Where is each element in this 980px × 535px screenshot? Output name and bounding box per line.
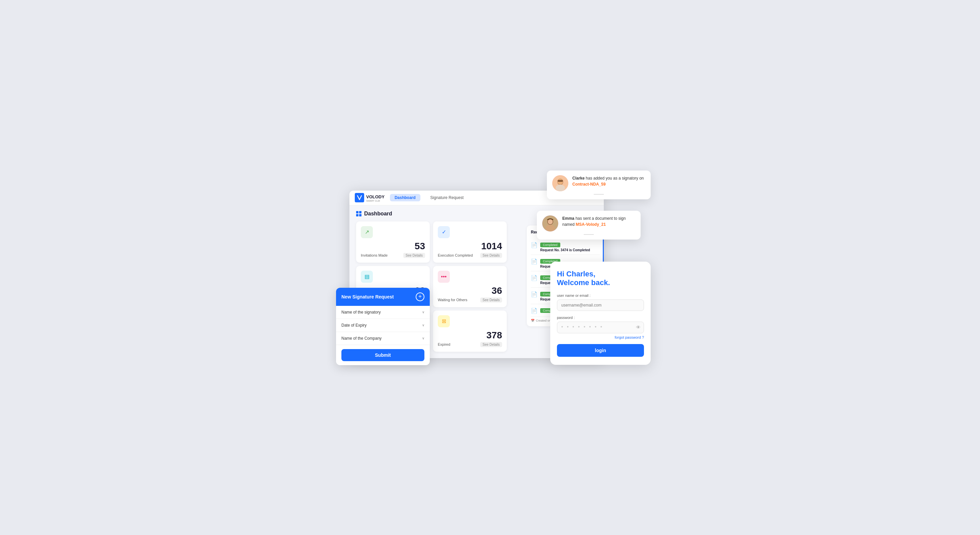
avatar-emma — [542, 216, 558, 232]
notif-emma-link: MSA-Volody_21 — [576, 222, 606, 227]
notif-emma-inner: Emma has sent a document to sign named M… — [542, 216, 635, 232]
logo: VOLODY SMART CLM — [355, 193, 385, 202]
stat-card-expired: ⊠ 378 Expired See Details — [433, 311, 507, 352]
filter-date-expiry[interactable]: Date of Expiry ∨ — [336, 319, 430, 332]
password-wrapper: 👁 — [557, 322, 644, 333]
waiting-for-others-footer: Waiting for Others See Details — [438, 297, 502, 302]
doc-icon-2: 📄 — [531, 275, 538, 281]
invitations-made-number: 53 — [361, 241, 425, 252]
filter-signatory-name[interactable]: Name of the signatory ∨ — [336, 306, 430, 319]
waiting-for-others-icon: ••• — [438, 271, 450, 283]
notif-clarke-before: has added you as a signatory on — [586, 176, 644, 180]
chevron-down-icon-1: ∨ — [422, 323, 425, 327]
username-input[interactable] — [557, 300, 644, 311]
doc-icon-4: 📄 — [531, 308, 538, 314]
login-card: Hi Charles,Welcome back. user name or em… — [550, 262, 651, 365]
notif-emma-name: Emma — [562, 216, 574, 221]
svg-rect-0 — [355, 193, 364, 202]
expired-label: Expired — [438, 342, 450, 347]
clarke-avatar-image — [552, 175, 568, 191]
filter-date-label: Date of Expiry — [341, 323, 366, 327]
filter-signatory-label: Name of the signatory — [341, 310, 380, 315]
execution-completed-details[interactable]: See Details — [480, 253, 502, 258]
username-label: user name or email : — [557, 294, 644, 297]
nav-tab-dashboard[interactable]: Dashboard — [390, 194, 420, 201]
svg-point-8 — [546, 225, 555, 232]
waiting-for-others-details[interactable]: See Details — [480, 297, 502, 302]
expired-icon: ⊠ — [438, 315, 450, 327]
doc-icon-3: 📄 — [531, 291, 538, 297]
execution-completed-number: 1014 — [438, 241, 502, 252]
draft-invitations-icon: ▤ — [361, 271, 373, 283]
scene: VOLODY SMART CLM Dashboard Signature Req… — [329, 171, 651, 365]
execution-completed-footer: Execution Completed See Details — [438, 253, 502, 258]
dashboard-title: Dashboard — [364, 211, 392, 217]
password-label: password : — [557, 316, 644, 319]
submit-button[interactable]: Submit — [341, 349, 425, 361]
stat-card-waiting-for-others: ••• 36 Waiting for Others See Details — [433, 266, 507, 307]
invitations-made-footer: Invitations Made See Details — [361, 253, 425, 258]
invitations-made-details[interactable]: See Details — [403, 253, 425, 258]
stat-card-execution-completed: ✓ 1014 Execution Completed See Details — [433, 222, 507, 263]
sig-info-0: Completed Request No. 3474 is Completed — [540, 241, 590, 252]
invitations-made-label: Invitations Made — [361, 253, 388, 257]
sig-text-0: Request No. 3474 is Completed — [540, 248, 590, 252]
expired-details[interactable]: See Details — [480, 342, 502, 347]
notification-clarke: Clarke has added you as a signatory on C… — [547, 171, 651, 199]
avatar-clarke — [552, 175, 568, 191]
completed-badge-0: Completed — [540, 243, 560, 247]
forgot-password-link[interactable]: forgot password ? — [557, 335, 644, 339]
execution-completed-icon: ✓ — [438, 226, 450, 238]
notif-clarke-name: Clarke — [572, 176, 585, 180]
new-signature-request-panel: New Signature Request + Name of the sign… — [336, 288, 430, 365]
logo-text-block: VOLODY SMART CLM — [366, 194, 385, 202]
filter-company-label: Name of the Company — [341, 336, 382, 341]
emma-avatar-image — [542, 216, 558, 232]
nav-tab-signature-request[interactable]: Signature Request — [426, 194, 468, 201]
notif-divider-2 — [584, 234, 594, 235]
eye-icon[interactable]: 👁 — [636, 325, 641, 330]
login-button[interactable]: login — [557, 344, 644, 357]
notif-clarke-link: Contract-NDA_59 — [572, 182, 606, 187]
chevron-down-icon-0: ∨ — [422, 310, 425, 314]
stat-card-invitations-made: ↗ 53 Invitations Made See Details — [356, 222, 430, 263]
notification-emma: Emma has sent a document to sign named M… — [537, 211, 641, 240]
expired-number: 378 — [438, 330, 502, 341]
svg-point-9 — [548, 219, 553, 224]
svg-point-3 — [555, 185, 565, 191]
doc-icon-0: 📄 — [531, 242, 538, 248]
logo-name: VOLODY — [366, 194, 385, 199]
welcome-text: Hi Charles,Welcome back. — [557, 270, 644, 287]
new-sig-label: New Signature Request — [341, 294, 394, 300]
plus-button[interactable]: + — [416, 292, 425, 301]
password-input[interactable] — [557, 322, 644, 333]
notif-clarke-inner: Clarke has added you as a signatory on C… — [552, 175, 645, 191]
notif-clarke-text: Clarke has added you as a signatory on C… — [572, 175, 645, 187]
expired-footer: Expired See Details — [438, 342, 502, 347]
waiting-for-others-label: Waiting for Others — [438, 298, 467, 302]
chevron-down-icon-2: ∨ — [422, 336, 425, 340]
invitations-made-icon: ↗ — [361, 226, 373, 238]
sig-item-0: 📄 Completed Request No. 3474 is Complete… — [531, 238, 600, 255]
notif-divider-1 — [594, 194, 604, 195]
logo-sub: SMART CLM — [366, 200, 385, 202]
new-sig-header: New Signature Request + — [336, 288, 430, 306]
notif-emma-text: Emma has sent a document to sign named M… — [562, 216, 635, 227]
execution-completed-label: Execution Completed — [438, 253, 473, 257]
doc-icon-1: 📄 — [531, 258, 538, 265]
calendar-icon: 📅 — [531, 319, 535, 322]
volody-logo-icon — [355, 193, 364, 202]
svg-rect-5 — [558, 180, 563, 182]
dashboard-grid-icon — [356, 211, 361, 216]
waiting-for-others-number: 36 — [438, 286, 502, 296]
filter-company-name[interactable]: Name of the Company ∨ — [336, 332, 430, 345]
